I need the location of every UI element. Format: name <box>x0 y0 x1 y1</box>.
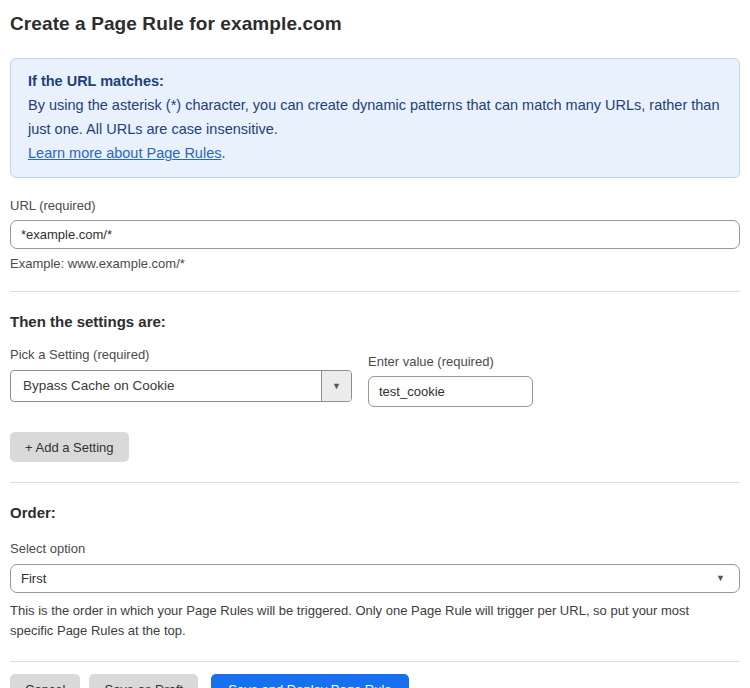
setting-select[interactable]: Bypass Cache on Cookie ▼ <box>10 370 352 402</box>
url-input[interactable] <box>10 220 740 249</box>
add-setting-button[interactable]: + Add a Setting <box>10 432 129 462</box>
learn-more-link[interactable]: Learn more about Page Rules <box>28 145 221 161</box>
save-and-deploy-button[interactable]: Save and Deploy Page Rule <box>211 674 408 688</box>
form-actions: Cancel Save as Draft Save and Deploy Pag… <box>10 674 740 688</box>
order-select-label: Select option <box>10 541 740 556</box>
order-helper-text: This is the order in which your Page Rul… <box>10 601 735 641</box>
info-box-heading: If the URL matches: <box>28 69 722 93</box>
order-select[interactable]: First ▼ <box>10 564 740 593</box>
divider <box>10 661 740 662</box>
chevron-down-icon: ▼ <box>716 574 725 583</box>
cancel-button[interactable]: Cancel <box>10 674 80 688</box>
settings-section-heading: Then the settings are: <box>10 313 740 330</box>
enter-value-label: Enter value (required) <box>368 354 533 369</box>
setting-select-value: Bypass Cache on Cookie <box>11 371 321 401</box>
page-title: Create a Page Rule for example.com <box>10 13 740 35</box>
setting-select-arrow-button[interactable]: ▼ <box>321 371 351 401</box>
pick-setting-label: Pick a Setting (required) <box>10 347 352 362</box>
url-label: URL (required) <box>10 198 740 213</box>
info-box-link-row: Learn more about Page Rules. <box>28 141 722 165</box>
info-box-body: By using the asterisk (*) character, you… <box>28 93 722 141</box>
setting-value-input[interactable] <box>368 376 533 407</box>
chevron-down-icon: ▼ <box>332 382 341 391</box>
url-example-helper: Example: www.example.com/* <box>10 256 740 271</box>
setting-picker-column: Pick a Setting (required) Bypass Cache o… <box>10 347 352 407</box>
save-as-draft-button[interactable]: Save as Draft <box>89 674 198 688</box>
order-select-value: First <box>21 571 46 586</box>
url-match-info-box: If the URL matches: By using the asteris… <box>10 58 740 178</box>
setting-value-column: Enter value (required) <box>368 347 533 407</box>
order-section-heading: Order: <box>10 504 740 521</box>
divider <box>10 291 740 292</box>
settings-row: Pick a Setting (required) Bypass Cache o… <box>10 347 740 407</box>
divider <box>10 482 740 483</box>
create-page-rule-form: Create a Page Rule for example.com If th… <box>0 0 750 688</box>
info-link-period: . <box>221 145 225 161</box>
